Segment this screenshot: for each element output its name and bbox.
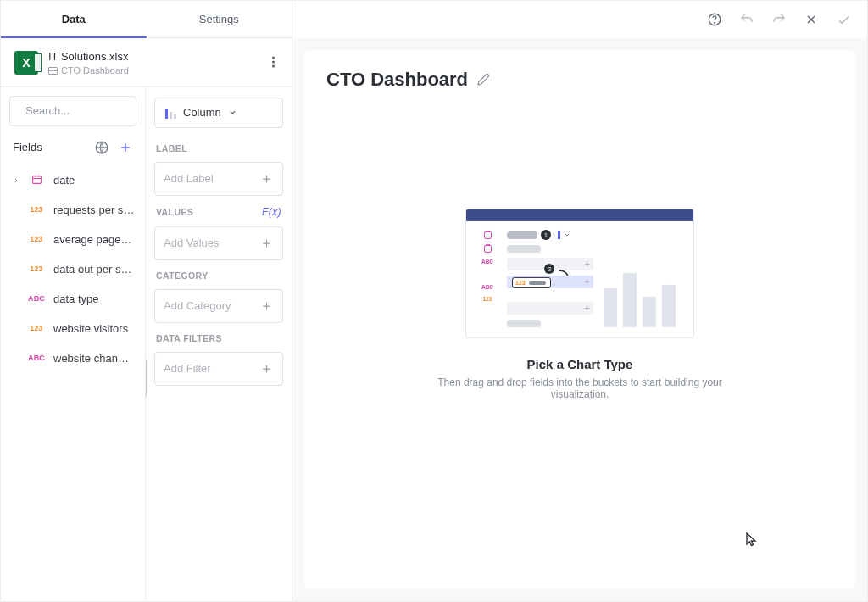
canvas: CTO Dashboard ABC ABC 123 [304, 50, 855, 589]
field-item[interactable]: date [1, 165, 145, 195]
svg-rect-2 [32, 176, 41, 183]
field-item[interactable]: ABCdata type [1, 284, 145, 314]
fields-column: Fields date123requests per se…123average… [1, 87, 145, 601]
empty-illustration: ABC ABC 123 1 + [465, 209, 694, 338]
field-label: date [53, 174, 75, 187]
field-label: average page lo… [53, 233, 135, 246]
field-label: website channels [53, 352, 135, 365]
right-panel: CTO Dashboard ABC ABC 123 [292, 1, 867, 601]
field-item[interactable]: 123website visitors [1, 314, 145, 343]
bucket-category-drop[interactable]: Add Category＋ [154, 289, 283, 323]
bucket-label-drop[interactable]: Add Label＋ [154, 162, 283, 196]
redo-button[interactable] [767, 8, 791, 31]
datasource-row: X IT Solutions.xlsx CTO Dashboard [1, 38, 292, 87]
text-type-icon: ABC [26, 354, 47, 362]
help-icon [707, 12, 722, 27]
undo-button[interactable] [735, 8, 759, 31]
number-type-icon: 123 [26, 205, 47, 214]
fields-header: Fields [13, 141, 87, 153]
close-icon [804, 13, 818, 26]
number-type-icon: 123 [26, 324, 47, 332]
bucket-filters-drop[interactable]: Add Filter＋ [154, 352, 283, 386]
bucket-label-label: LABEL [156, 143, 281, 153]
number-type-icon: 123 [26, 235, 47, 243]
check-icon [836, 12, 852, 28]
field-label: data out per sec… [53, 263, 135, 276]
undo-icon [739, 12, 754, 27]
scrollbar-indicator[interactable] [145, 359, 147, 398]
globe-icon[interactable] [94, 140, 109, 155]
file-name: IT Solutions.xlsx [48, 50, 129, 64]
redo-icon [771, 12, 787, 27]
field-item[interactable]: 123requests per se… [1, 195, 145, 225]
field-item[interactable]: 123data out per sec… [1, 254, 145, 284]
close-button[interactable] [799, 8, 823, 31]
tab-settings[interactable]: Settings [147, 1, 292, 37]
add-field-button[interactable] [116, 138, 135, 157]
panel-tabs: Data Settings [1, 1, 292, 38]
field-label: requests per se… [53, 203, 135, 216]
left-panel: Data Settings X IT Solutions.xlsx CTO Da… [1, 1, 292, 601]
empty-state: ABC ABC 123 1 + [410, 209, 749, 400]
dashboard-title: CTO Dashboard [326, 69, 468, 91]
field-label: website visitors [53, 322, 128, 335]
bucket-filters-label: DATA FILTERS [156, 333, 281, 343]
bucket-category-label: CATEGORY [156, 270, 281, 281]
bucket-values-drop[interactable]: Add Values＋ [154, 226, 283, 260]
plus-icon [119, 141, 132, 154]
chart-type-selector[interactable]: Column [154, 98, 283, 128]
empty-heading: Pick a Chart Type [410, 357, 749, 371]
field-item[interactable]: 123average page lo… [1, 225, 145, 254]
tab-data[interactable]: Data [1, 1, 147, 37]
field-label: data type [53, 293, 99, 305]
excel-icon: X [14, 51, 38, 75]
bucket-values-label: VALUES F(x) [156, 206, 281, 218]
edit-title-button[interactable] [476, 73, 490, 86]
buckets-column: Column LABEL Add Label＋ VALUES F(x) Add … [145, 87, 292, 601]
confirm-button[interactable] [832, 8, 855, 31]
number-type-icon: 123 [26, 265, 47, 273]
topbar [292, 1, 867, 38]
field-item[interactable]: ABCwebsite channels [1, 343, 145, 373]
datasource-more-icon[interactable] [267, 50, 280, 75]
table-icon [48, 67, 58, 75]
text-type-icon: ABC [26, 294, 47, 303]
chevron-down-icon [228, 108, 237, 117]
fx-button[interactable]: F(x) [262, 206, 281, 218]
calendar-icon [26, 174, 47, 187]
cursor-icon [745, 532, 757, 547]
svg-point-4 [715, 22, 715, 23]
empty-body: Then drag and drop fields into the bucke… [410, 376, 749, 400]
search-input[interactable] [9, 96, 136, 126]
file-sheet: CTO Dashboard [48, 65, 129, 76]
help-button[interactable] [703, 8, 726, 31]
column-chart-icon [165, 107, 176, 119]
